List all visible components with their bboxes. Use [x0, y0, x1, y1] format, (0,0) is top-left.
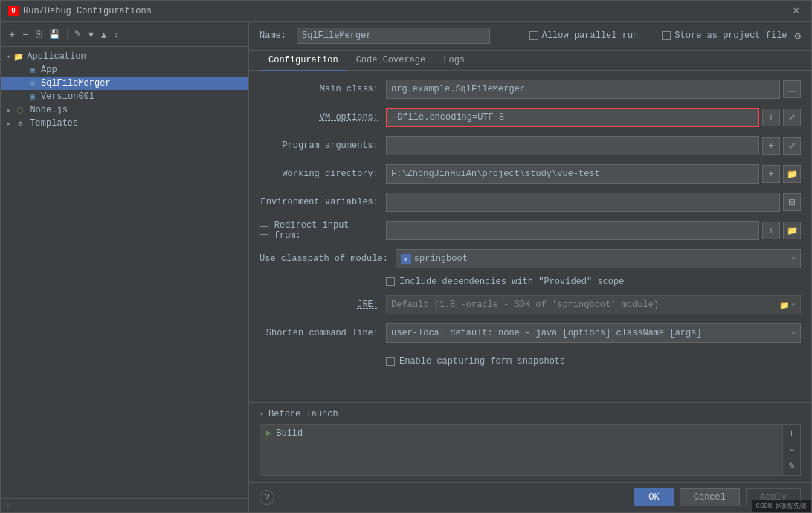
jre-field-wrap: Default (1.8 -oracle - SDK of 'springboo… [386, 295, 801, 314]
store-project-checkbox-wrapper: Store as project file [662, 30, 787, 41]
include-deps-label: Include dependencies with "Provided" sco… [399, 277, 624, 287]
launch-items: ▶ Build [260, 425, 782, 475]
program-args-label: Program arguments: [260, 141, 386, 151]
sort-button[interactable]: ↕ [112, 28, 120, 40]
edit-config-button[interactable]: ✎ [72, 28, 83, 40]
include-deps-checkbox[interactable] [386, 277, 395, 286]
tree-item-application[interactable]: ▾ 📁 Application [1, 50, 248, 63]
template-icon: ⚙ [15, 119, 25, 129]
redirect-browse-button[interactable]: 📁 [783, 222, 801, 239]
tree-toolbar: + − ⎘ 💾 ✎ ▾ ▴ [1, 22, 248, 47]
working-dir-label: Working directory: [260, 169, 386, 179]
tree-label-templates: Templates [30, 118, 78, 129]
gear-icon[interactable]: ⚙ [795, 30, 801, 42]
enable-capture-wrap: Enable capturing form snapshots [386, 356, 565, 367]
program-args-fullscreen-button[interactable]: ⤢ [783, 137, 801, 155]
tree-label-app: App [41, 65, 57, 75]
jre-browse-icon: 📁 [779, 300, 790, 310]
shorten-cmd-select[interactable]: user-local default: none - java [options… [386, 323, 801, 343]
save-config-button[interactable]: 💾 [47, 28, 62, 41]
add-config-button[interactable]: + [7, 27, 17, 42]
nodejs-icon: ⬡ [15, 106, 25, 115]
name-row: Name: Allow parallel run Store as projec… [249, 22, 811, 51]
redirect-input[interactable] [386, 221, 759, 240]
config-icon-sqlfilemerger: ▣ [28, 79, 38, 88]
store-project-label: Store as project file [674, 30, 787, 41]
launch-item-build-label: Build [276, 428, 303, 439]
tabs-bar: Configuration Code Coverage Logs [249, 51, 811, 71]
main-class-label: Main class: [260, 84, 386, 94]
env-vars-browse-button[interactable]: ⊟ [783, 193, 801, 211]
program-args-field-wrap: + ⤢ [386, 136, 801, 155]
tab-logs[interactable]: Logs [434, 51, 474, 71]
env-vars-label: Environment variables: [260, 197, 386, 207]
ok-button[interactable]: OK [634, 488, 673, 506]
dialog-title: Run/Debug Configurations [23, 6, 152, 16]
launch-sidebar: + − ✎ [782, 425, 800, 475]
launch-add-button[interactable]: + [784, 426, 799, 441]
folder-icon-application: 📁 [13, 52, 24, 62]
expand-icon-templates: ▶ [7, 120, 10, 128]
vm-options-expand-button[interactable]: + [762, 109, 780, 126]
vm-options-fullscreen-button[interactable]: ⤢ [783, 109, 801, 126]
name-label: Name: [260, 30, 289, 41]
redirect-checkbox[interactable] [260, 226, 268, 235]
tab-configuration[interactable]: Configuration [260, 51, 347, 71]
jre-dropdown-icon: ▾ [791, 300, 796, 310]
main-class-browse-button[interactable]: … [783, 80, 801, 98]
redirect-checkbox-wrap: Redirect input from: [260, 220, 386, 241]
module-icon: m [401, 254, 411, 264]
store-project-checkbox[interactable] [662, 31, 671, 40]
launch-edit-button[interactable]: ✎ [784, 459, 799, 474]
launch-list: ▶ Build + − ✎ [260, 424, 801, 476]
main-class-field-wrap: … [386, 80, 801, 99]
tree-label-version001: Version001 [41, 91, 94, 102]
jre-select[interactable]: Default (1.8 -oracle - SDK of 'springboo… [386, 295, 801, 314]
shorten-cmd-dropdown-icon: ▾ [791, 329, 796, 338]
env-vars-input[interactable] [386, 193, 780, 212]
jre-label: JRE: [260, 300, 386, 310]
classpath-select[interactable]: m springboot ▾ [396, 249, 801, 268]
main-class-input[interactable] [386, 80, 780, 99]
working-dir-browse-button[interactable]: 📁 [783, 165, 801, 183]
tree-item-version001[interactable]: ▣ Version001 [1, 90, 248, 103]
working-dir-input[interactable] [386, 164, 759, 184]
remove-config-button[interactable]: − [20, 27, 30, 42]
program-args-expand-button[interactable]: + [762, 137, 780, 155]
help-button[interactable]: ? [260, 490, 274, 505]
redirect-row: Redirect input from: + 📁 [260, 220, 801, 241]
tree-item-nodejs[interactable]: ▶ ⬡ Node.js [1, 103, 248, 117]
config-icon-app: ▣ [28, 65, 38, 74]
redirect-expand-button[interactable]: + [762, 222, 780, 239]
expand-icon-application: ▾ [7, 53, 10, 61]
tree-item-app[interactable]: ▣ App [1, 63, 248, 77]
parallel-row: Allow parallel run Store as project file… [529, 30, 801, 42]
vm-options-input[interactable] [386, 108, 759, 127]
before-launch-collapse-icon[interactable]: ▾ [260, 410, 264, 419]
program-args-input[interactable] [386, 136, 759, 155]
classpath-dropdown-icon: ▾ [791, 254, 796, 263]
app-logo-icon: U [8, 6, 19, 16]
main-class-row: Main class: … [260, 79, 801, 100]
close-button[interactable]: × [789, 4, 804, 19]
launch-remove-button[interactable]: − [784, 442, 799, 457]
working-dir-expand-button[interactable]: + [762, 165, 780, 183]
tab-code-coverage[interactable]: Code Coverage [347, 51, 435, 71]
tree-label-application: Application [27, 51, 86, 62]
enable-capture-checkbox[interactable] [386, 357, 395, 366]
copy-config-button[interactable]: ⎘ [33, 27, 44, 41]
collapse-all-button[interactable]: ▴ [99, 27, 109, 42]
left-panel-watermark: g [1, 498, 248, 512]
name-input[interactable] [297, 28, 490, 44]
include-deps-row: Include dependencies with "Provided" sco… [386, 277, 801, 287]
working-dir-field-wrap: + 📁 [386, 164, 801, 184]
env-vars-field-wrap: ⊟ [386, 193, 801, 212]
allow-parallel-checkbox[interactable] [529, 31, 538, 40]
launch-item-build[interactable]: ▶ Build [260, 425, 782, 442]
tree-label-sqlfilemerger: SqlFileMerger [41, 78, 111, 88]
tree-item-sqlfilemerger[interactable]: ▣ SqlFileMerger [1, 77, 248, 90]
cancel-button[interactable]: Cancel [680, 488, 740, 506]
tree-item-templates[interactable]: ▶ ⚙ Templates [1, 117, 248, 130]
form-area: Main class: … VM options: + ⤢ [249, 71, 811, 402]
expand-all-button[interactable]: ▾ [86, 27, 96, 42]
